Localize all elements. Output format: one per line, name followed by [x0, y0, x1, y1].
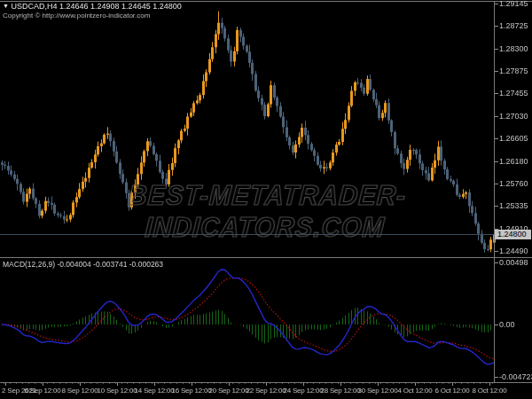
time-tick-label: 14 Sep 12:00 [134, 387, 174, 395]
watermark-text: BEST-METATRADER-INDICATORS.COM [12, 180, 521, 244]
time-tick-label: 6 Sep 12:00 [25, 387, 61, 395]
time-tick-label: 10 Sep 12:00 [97, 387, 137, 395]
ohlc-high: 1.24908 [90, 2, 120, 11]
current-price-box: 1.24800 [495, 230, 531, 239]
macd-tick-label: 0.00 [499, 321, 515, 329]
ohlc-open: 1.24646 [59, 2, 89, 11]
ohlc-low: 1.24645 [121, 2, 151, 11]
macd-histogram-value: -0.000263 [129, 260, 163, 269]
time-tick-label: 24 Sep 12:00 [283, 387, 323, 395]
macd-tick-label: 0.00498 [499, 259, 528, 267]
price-tick-label: 1.27030 [499, 113, 528, 121]
time-tick-label: 20 Sep 12:00 [208, 387, 248, 395]
time-tick-label: 6 Oct 12:00 [434, 387, 469, 395]
macd-tick-label: -0.004723 [499, 373, 532, 381]
price-tick-label: 1.28300 [499, 45, 528, 53]
time-tick-label: 8 Oct 12:00 [472, 387, 506, 395]
symbol-marker-icon: ▼ [3, 3, 9, 9]
macd-name: MACD(12,26,9) [3, 260, 55, 269]
ohlc-close: 1.24800 [153, 2, 182, 11]
time-tick-label: 22 Sep 12:00 [246, 387, 286, 395]
time-tick-label: 16 Sep 12:00 [171, 387, 211, 395]
macd-main-value: -0.004004 [57, 260, 90, 269]
indicator-panel-separator[interactable] [0, 257, 532, 258]
price-tick-label: 1.28725 [499, 22, 528, 30]
price-tick-label: 1.25760 [499, 180, 528, 188]
symbol-title: ▼ USDCAD,H4 1.24646 1.24908 1.24645 1.24… [3, 2, 182, 11]
price-tick-label: 1.26180 [499, 158, 528, 166]
macd-indicator-label: MACD(12,26,9) -0.004004 -0.003741 -0.000… [3, 260, 163, 269]
time-tick-label: 8 Sep 12:00 [62, 387, 98, 395]
macd-signal-value: -0.003741 [93, 260, 127, 269]
symbol-name: USDCAD,H4 [11, 2, 57, 11]
price-tick-label: 1.25335 [499, 202, 528, 210]
price-tick-label: 1.24490 [499, 247, 528, 255]
time-tick-label: 4 Oct 12:00 [397, 387, 432, 395]
copyright-text: Copyright © http://www.pointzero-indicat… [3, 12, 150, 20]
mt4-chart-window: ▼ USDCAD,H4 1.24646 1.24908 1.24645 1.24… [0, 0, 532, 399]
price-tick-label: 1.27455 [499, 90, 528, 98]
time-axis-line [0, 382, 532, 383]
price-tick-label: 1.27875 [499, 67, 528, 75]
price-tick-label: 1.26605 [499, 135, 528, 143]
time-tick-label: 28 Sep 12:00 [320, 387, 360, 395]
price-tick-label: 1.29145 [499, 0, 528, 8]
time-tick-label: 30 Sep 12:00 [357, 387, 397, 395]
